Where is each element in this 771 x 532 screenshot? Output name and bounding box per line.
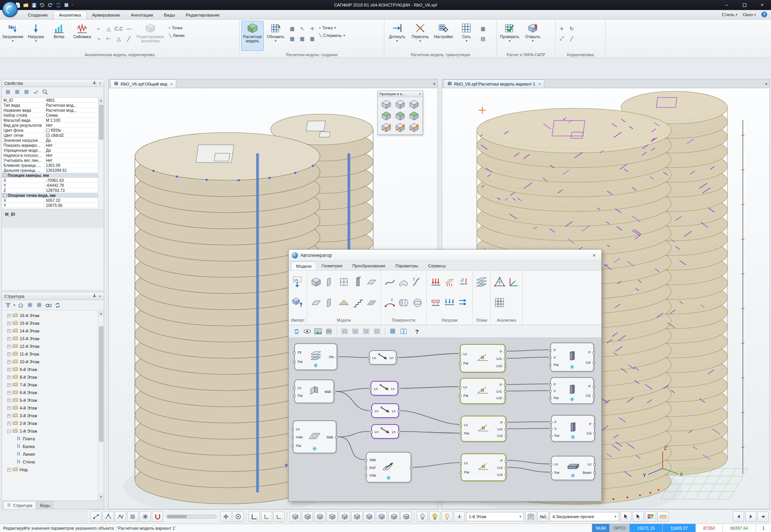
cube-iso-icon[interactable]: [290, 512, 301, 522]
collapse-icon[interactable]: −: [3, 174, 7, 177]
grid-add-icon[interactable]: ▦: [288, 34, 297, 43]
node-beam[interactable]: LnParLnBeam: [551, 456, 595, 480]
input-port[interactable]: [550, 435, 552, 437]
storeys-stack-icon[interactable]: [525, 512, 536, 522]
property-row[interactable]: Показать маркиро...Нет: [2, 143, 98, 148]
property-row[interactable]: Цвет сеткиc8dcd2: [2, 133, 98, 138]
node-arr3[interactable]: LnLn: [371, 403, 399, 418]
ribbon-button-point[interactable]: •Точка▾: [318, 25, 347, 31]
ribbon-tab-0[interactable]: Создание: [22, 11, 53, 19]
apps-grid-icon[interactable]: [63, 2, 69, 8]
support-triangle-icon[interactable]: △: [104, 24, 113, 33]
close-icon[interactable]: ×: [170, 82, 173, 86]
fx-curve-icon[interactable]: f: [411, 275, 424, 289]
autogen-tab-4[interactable]: Сервисы: [423, 262, 451, 270]
ribbon-button-refresh-model[interactable]: Обновить▾: [264, 21, 287, 51]
cc-section-icon[interactable]: C,C: [114, 24, 123, 33]
output-port[interactable]: [397, 388, 399, 390]
redo-icon[interactable]: [47, 2, 53, 8]
magnet-icon[interactable]: [152, 512, 163, 522]
property-row[interactable]: Масштаб видаМ 1:100: [2, 118, 98, 123]
expand-icon[interactable]: +: [7, 345, 11, 348]
load-group-icon[interactable]: [443, 296, 456, 309]
ribbon-button-snap-extend[interactable]: Дотянуть▾: [386, 21, 408, 51]
box-wire-icon[interactable]: [401, 512, 412, 522]
ribbon-button-calc-model[interactable]: Расчетная модель: [241, 21, 264, 51]
output-port[interactable]: [333, 391, 335, 393]
expand-icon[interactable]: +: [7, 368, 11, 371]
tree-item[interactable]: +11-й Этаж: [3, 350, 98, 358]
tree-item[interactable]: +5-й Этаж: [3, 396, 98, 404]
sync-icon[interactable]: [55, 2, 61, 8]
corner-top-icon[interactable]: ⌐: [94, 24, 103, 33]
pin-icon[interactable]: [92, 294, 97, 299]
input-port[interactable]: [293, 394, 296, 397]
projection-button-1[interactable]: [394, 99, 406, 109]
output-port[interactable]: [593, 394, 595, 397]
stairs-icon[interactable]: [351, 296, 364, 309]
binoculars-icon[interactable]: [45, 301, 52, 309]
grid-pair-icon[interactable]: [4, 88, 12, 96]
cube-back-icon[interactable]: [314, 512, 325, 522]
expand-icon[interactable]: +: [7, 399, 11, 402]
tree-item[interactable]: Стена: [3, 458, 98, 466]
pin-tool-icon[interactable]: [454, 512, 465, 522]
box-clip-icon[interactable]: [376, 512, 387, 522]
ribbon-button-load-arrow[interactable]: Нагрузка▾: [25, 21, 47, 51]
ribbon-button-point[interactable]: •Точка: [167, 25, 186, 31]
load-line-icon[interactable]: [429, 296, 442, 309]
input-port[interactable]: [291, 445, 294, 447]
output-port[interactable]: [504, 397, 507, 399]
tree-item[interactable]: +6-й Этаж: [3, 389, 98, 396]
node-al3[interactable]: LnParPLn1Ln2α: [461, 416, 506, 442]
input-port[interactable]: [365, 467, 367, 469]
ribbon-button-check-model[interactable]: Проверить▾: [498, 21, 521, 51]
output-port[interactable]: [504, 390, 507, 393]
cube-front-icon[interactable]: [302, 512, 313, 522]
autogenerator-titlebar[interactable]: Автогенератор ×: [289, 250, 601, 261]
ruler-icon[interactable]: [657, 512, 668, 522]
ribbon-button-line[interactable]: ╲Линия: [167, 32, 186, 39]
scale-tool-icon[interactable]: ⤢: [557, 34, 566, 43]
grid-columns-icon[interactable]: [13, 88, 21, 96]
slash-tool-icon[interactable]: ╱: [567, 34, 576, 43]
node-wall[interactable]: LnParWall: [294, 379, 334, 403]
node-al1[interactable]: LnParPLn1Ln2α: [460, 344, 505, 373]
maximize-button[interactable]: [736, 0, 753, 10]
fit-window-icon[interactable]: [340, 327, 349, 336]
property-value[interactable]: Схема: [44, 113, 98, 117]
analytic-grid-icon[interactable]: [493, 296, 506, 309]
tree-item[interactable]: +3-й Этаж: [3, 412, 98, 420]
ribbon-button-loadcase[interactable]: №Загружения▾: [2, 21, 24, 51]
input-port[interactable]: [459, 362, 461, 365]
output-port[interactable]: [410, 467, 412, 469]
close-button[interactable]: ×: [753, 0, 771, 10]
node-al2[interactable]: LnParPLn1Ln2α: [460, 378, 505, 404]
input-port[interactable]: [460, 424, 462, 426]
property-row[interactable]: Цвет фонаf0f2fa: [2, 128, 98, 133]
rotate-tool-icon[interactable]: ↻: [567, 24, 576, 33]
minimize-button[interactable]: ─: [718, 0, 736, 10]
node-arr1[interactable]: LnLn: [369, 350, 397, 365]
property-row[interactable]: M_ID4801: [2, 98, 98, 103]
input-port[interactable]: [460, 432, 462, 435]
input-port[interactable]: [549, 356, 552, 359]
column-icon[interactable]: [351, 275, 364, 289]
input-port[interactable]: [459, 394, 461, 397]
input-port[interactable]: [549, 390, 552, 393]
tree-item[interactable]: +9-й Этаж: [3, 366, 98, 373]
tile-grid-icon[interactable]: [388, 327, 397, 336]
filter-icon[interactable]: [4, 301, 12, 309]
tree-item[interactable]: Балка: [3, 443, 98, 450]
layers-icon[interactable]: [324, 327, 333, 336]
ucs1-icon[interactable]: [261, 512, 272, 522]
panel-tab-1[interactable]: Виды: [37, 501, 54, 509]
output-port[interactable]: [593, 361, 595, 364]
cube-top-icon[interactable]: [351, 512, 362, 522]
property-row[interactable]: Ближняя граница, ...1301.09: [2, 163, 98, 168]
slab-icon[interactable]: [310, 296, 323, 309]
collapse-icon[interactable]: −: [3, 194, 7, 197]
projection-button-7[interactable]: [394, 122, 406, 133]
node-col2[interactable]: PVParPCol: [550, 377, 594, 404]
zoom-prev-icon[interactable]: [372, 327, 382, 336]
